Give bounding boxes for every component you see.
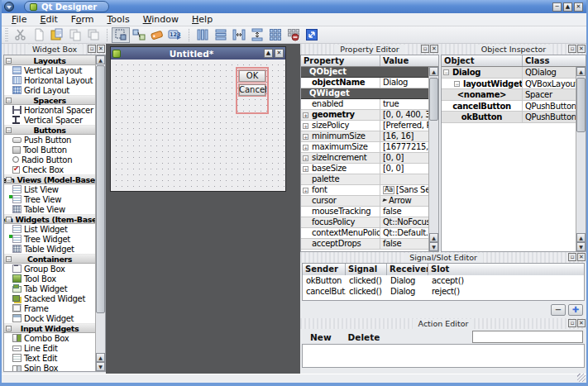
property-row[interactable]: enabledtrue xyxy=(301,99,428,110)
property-group[interactable]: QWidget xyxy=(301,88,428,99)
expand-icon[interactable]: + xyxy=(303,145,308,150)
close-panel-icon[interactable]: ✕ xyxy=(577,253,586,261)
widget-item[interactable]: Group Box xyxy=(4,264,95,274)
scroll-up-icon[interactable]: ▲ xyxy=(429,233,438,242)
object-row[interactable]: okButtonQPushButton xyxy=(442,112,576,123)
property-row[interactable]: mouseTrackingfalse xyxy=(301,207,428,217)
toolbar-handle[interactable] xyxy=(5,28,8,41)
minimize-button[interactable]: ─ xyxy=(552,2,562,12)
widget-item[interactable]: Horizontal Layout xyxy=(4,75,95,85)
scroll-down-icon[interactable]: ▼ xyxy=(96,362,105,371)
collapse-icon[interactable]: − xyxy=(6,58,12,64)
cancel-button[interactable]: Cancel xyxy=(238,83,266,97)
layout-vertically-icon[interactable] xyxy=(212,27,230,43)
remove-connection-button[interactable]: − xyxy=(551,304,566,316)
category-layouts[interactable]: −Layouts xyxy=(4,55,95,65)
float-panel-icon[interactable]: ▫ xyxy=(421,45,429,53)
menu-edit[interactable]: Edit xyxy=(33,13,64,26)
edit-widgets-icon[interactable] xyxy=(112,27,130,43)
adjust-size-icon[interactable] xyxy=(303,27,321,43)
widget-item[interactable]: Frame xyxy=(4,303,95,313)
object-inspector-header[interactable]: Object Inspector ▫ ✕ xyxy=(441,44,586,55)
layout-horizontally-splitter-icon[interactable] xyxy=(230,27,248,43)
new-action-button[interactable]: New xyxy=(302,332,340,342)
object-row[interactable]: −layoutWidgetQVBoxLayout xyxy=(442,79,576,90)
form-titlebar[interactable]: Untitled* ▲ ✕ xyxy=(111,47,285,60)
column-header-slot[interactable]: Slot xyxy=(428,264,584,275)
layout-horizontally-icon[interactable] xyxy=(194,27,212,43)
property-row[interactable]: palette xyxy=(301,174,428,185)
scroll-up-icon[interactable]: ▲ xyxy=(429,67,438,76)
close-panel-icon[interactable]: ✕ xyxy=(577,45,586,53)
widget-item[interactable]: Spin Box xyxy=(4,363,95,372)
widget-item[interactable]: Grid Layout xyxy=(4,85,95,95)
widget-box-scrollbar[interactable]: ▲ ▲ ▼ xyxy=(95,55,105,371)
expand-icon[interactable]: + xyxy=(303,166,308,172)
paste-icon[interactable] xyxy=(48,27,66,43)
property-row[interactable]: +minimumSize[16, 16] xyxy=(301,131,428,142)
property-row[interactable]: cursorArrow xyxy=(301,196,428,207)
menu-help[interactable]: Help xyxy=(185,13,219,26)
category-item-views[interactable]: −Item Views (Model-Based) xyxy=(4,174,95,184)
delete-action-button[interactable]: Delete xyxy=(340,332,389,342)
widget-item[interactable]: Table Widget xyxy=(4,244,95,254)
edit-signals-slots-icon[interactable] xyxy=(130,27,148,43)
collapse-icon[interactable]: − xyxy=(6,217,12,222)
widget-item[interactable]: Stacked Widget xyxy=(4,293,95,303)
column-header-sender[interactable]: Sender xyxy=(303,264,346,275)
object-row[interactable]: cancelButtonQPushButton xyxy=(442,101,576,112)
property-row[interactable]: +fontAa[Sans Se... xyxy=(301,185,428,196)
property-row[interactable]: focusPolicyQt::NoFocus xyxy=(301,217,428,228)
category-buttons[interactable]: −Buttons xyxy=(4,125,95,135)
property-row[interactable]: acceptDropsfalse xyxy=(301,239,428,250)
widget-item[interactable]: Vertical Layout xyxy=(4,65,95,75)
property-group[interactable]: QObject xyxy=(301,67,428,78)
widget-item[interactable]: Combo Box xyxy=(4,333,95,343)
float-panel-icon[interactable]: ▫ xyxy=(568,45,576,53)
column-header-property[interactable]: Property xyxy=(301,55,380,66)
cut-icon[interactable] xyxy=(12,27,30,43)
widget-item[interactable]: Tool Box xyxy=(4,274,95,284)
maximize-button[interactable]: ▲ xyxy=(563,2,572,12)
expand-icon[interactable]: + xyxy=(303,134,308,140)
widget-item[interactable]: Dock Widget xyxy=(4,313,95,323)
close-panel-icon[interactable]: ✕ xyxy=(430,45,438,53)
category-item-widgets[interactable]: −Item Widgets (Item-Based) xyxy=(4,214,95,224)
menu-form[interactable]: Form xyxy=(65,13,101,26)
close-panel-icon[interactable]: ✕ xyxy=(577,319,586,327)
widget-item[interactable]: Tool Button xyxy=(4,145,95,155)
form-window[interactable]: Untitled* ▲ ✕ OK Cancel xyxy=(110,46,286,192)
property-row[interactable]: +sizeIncrement[0, 0] xyxy=(301,153,428,164)
widget-item[interactable]: Line Edit xyxy=(4,343,95,353)
expand-icon[interactable]: + xyxy=(303,112,308,118)
signal-slot-editor-header[interactable]: Signal/Slot Editor ▫ ✕ xyxy=(300,252,586,263)
scroll-up-icon[interactable]: ▲ xyxy=(96,353,105,362)
category-containers[interactable]: −Containers xyxy=(4,254,95,264)
menu-file[interactable]: File xyxy=(5,13,33,26)
float-panel-icon[interactable]: ▫ xyxy=(568,253,576,261)
property-editor-header[interactable]: Property Editor ▫ ✕ xyxy=(300,44,439,55)
scrollbar-thumb[interactable] xyxy=(96,65,105,313)
widget-item[interactable]: Vertical Spacer xyxy=(4,115,95,125)
collapse-icon[interactable]: − xyxy=(6,98,12,103)
scrollbar-thumb[interactable] xyxy=(429,78,438,121)
category-spacers[interactable]: −Spacers xyxy=(4,95,95,105)
property-row[interactable]: +geometry[0, 0, 400, 3... xyxy=(301,110,428,121)
scroll-up-icon[interactable]: ▲ xyxy=(96,55,105,64)
column-header-signal[interactable]: Signal xyxy=(346,264,387,275)
form-minimize-icon[interactable]: ▲ xyxy=(264,49,273,58)
close-panel-icon[interactable]: ✕ xyxy=(97,45,105,53)
property-row[interactable]: objectNameDialog xyxy=(301,78,428,88)
scrollbar-thumb[interactable] xyxy=(576,78,586,132)
object-row[interactable]: −DialogQDialog xyxy=(442,67,576,79)
layout-in-grid-icon[interactable] xyxy=(266,27,284,43)
widget-item[interactable]: List Widget xyxy=(4,224,95,234)
widget-item[interactable]: Text Edit xyxy=(4,353,95,363)
ok-button[interactable]: OK xyxy=(238,69,266,83)
copy-icon[interactable] xyxy=(66,27,84,43)
property-row[interactable]: +baseSize[0, 0] xyxy=(301,164,428,174)
collapse-icon[interactable]: − xyxy=(6,326,12,331)
column-header-receiver[interactable]: Receiver xyxy=(387,264,428,275)
column-header-value[interactable]: Value xyxy=(380,55,438,66)
property-row[interactable]: +sizePolicy[Preferred, P... xyxy=(301,121,428,131)
